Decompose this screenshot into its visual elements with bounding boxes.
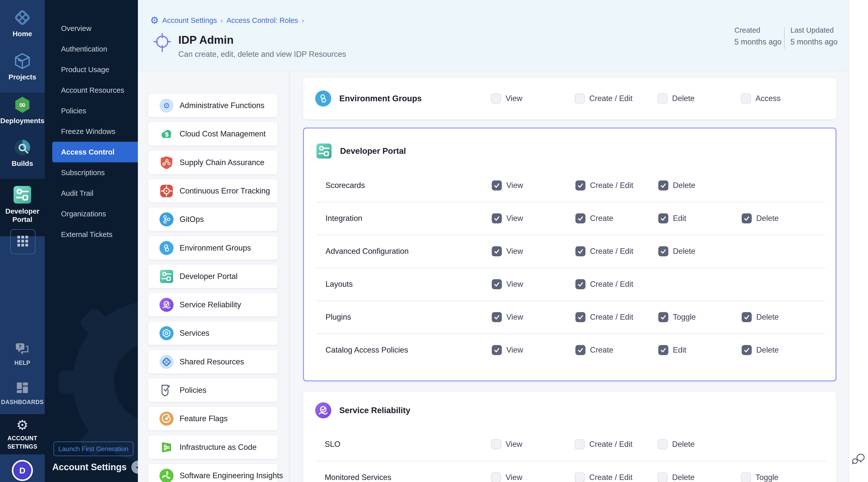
module-item-cet[interactable]: Continuous Error Tracking — [148, 179, 278, 203]
last-updated-value: 5 months ago — [790, 37, 838, 47]
unchecked-checkbox[interactable] — [575, 93, 585, 103]
rail-item-label: Builds — [11, 159, 33, 168]
permission-delete: Delete — [658, 235, 695, 268]
unchecked-checkbox[interactable] — [491, 93, 501, 103]
checked-checkbox[interactable] — [576, 279, 585, 289]
permission-delete: Delete — [657, 90, 695, 107]
permission-toggle: Toggle — [741, 461, 778, 482]
rail-item-projects[interactable]: Projects — [0, 52, 45, 81]
resource-name: Layouts — [326, 268, 353, 301]
module-item-ccm[interactable]: $Cloud Cost Management — [148, 122, 278, 146]
unchecked-checkbox[interactable] — [741, 473, 751, 482]
module-item-iac[interactable]: Infrastructure as Code — [148, 435, 278, 459]
sidebar-item-label: Overview — [61, 24, 91, 33]
checked-checkbox[interactable] — [658, 345, 668, 355]
sidebar-title: Account Settings — [52, 462, 127, 473]
module-item-admin[interactable]: ⚙Administrative Functions — [148, 94, 278, 117]
breadcrumb-account-settings[interactable]: Account Settings — [162, 16, 217, 25]
unchecked-checkbox[interactable] — [575, 439, 585, 449]
checked-checkbox[interactable] — [492, 180, 502, 190]
module-item-sr[interactable]: Service Reliability — [148, 293, 278, 317]
permission-delete: Delete — [658, 169, 695, 202]
sidebar-item-freeze-windows[interactable]: Freeze Windows — [52, 121, 138, 142]
unchecked-checkbox[interactable] — [491, 473, 501, 482]
user-avatar[interactable]: D — [12, 460, 33, 481]
sidebar-item-authentication[interactable]: Authentication — [52, 39, 138, 59]
sidebar-item-subscriptions[interactable]: Subscriptions — [52, 162, 138, 183]
unchecked-checkbox[interactable] — [657, 439, 668, 449]
sidebar-item-access-control[interactable]: Access Control — [52, 142, 138, 162]
rail-item-builds[interactable]: Builds — [0, 139, 45, 168]
rail-item-home[interactable]: Home — [0, 8, 45, 38]
projects-icon — [0, 52, 45, 71]
unchecked-checkbox[interactable] — [741, 93, 751, 103]
checked-checkbox[interactable] — [576, 312, 585, 322]
rail-item-developer-portal[interactable]: Developer Portal — [0, 185, 45, 224]
section-title: Developer Portal — [340, 146, 406, 156]
unchecked-checkbox[interactable] — [491, 439, 501, 449]
permission-create-edit: Create / Edit — [575, 90, 632, 107]
module-item-gitops[interactable]: GitOps — [148, 208, 278, 231]
checked-checkbox[interactable] — [492, 312, 502, 322]
rail-item-label: DASHBOARDS — [1, 399, 44, 405]
module-item-devportal[interactable]: Developer Portal — [148, 265, 278, 288]
checkbox-label: Create / Edit — [589, 473, 632, 482]
unchecked-checkbox[interactable] — [657, 93, 668, 103]
rail-item-help[interactable]: ? HELP — [0, 342, 45, 367]
checked-checkbox[interactable] — [742, 213, 752, 223]
checked-checkbox[interactable] — [492, 279, 502, 289]
rail-item-dashboards[interactable]: DASHBOARDS — [0, 381, 45, 406]
checked-checkbox[interactable] — [658, 180, 668, 190]
sidebar-item-organizations[interactable]: Organizations — [52, 204, 138, 224]
checked-checkbox[interactable] — [576, 180, 585, 190]
checked-checkbox[interactable] — [492, 213, 502, 223]
checked-checkbox[interactable] — [576, 246, 585, 256]
module-item-services[interactable]: Services — [148, 322, 278, 345]
developer-portal-icon — [0, 185, 45, 205]
settings-sidebar: OverviewAuthenticationProduct UsageAccou… — [45, 0, 138, 482]
checked-checkbox[interactable] — [576, 213, 585, 223]
created-label: Created — [734, 26, 782, 34]
sidebar-item-audit-trail[interactable]: Audit Trail — [52, 183, 138, 204]
breadcrumb-access-control-roles[interactable]: Access Control: Roles — [226, 16, 298, 25]
checked-checkbox[interactable] — [492, 246, 502, 256]
support-chat-icon[interactable] — [852, 453, 865, 467]
module-item-sca[interactable]: Supply Chain Assurance — [148, 151, 278, 174]
permission-view: View — [491, 428, 522, 461]
permission-row-integration: IntegrationViewCreateEditDelete — [304, 202, 836, 235]
checkbox-label: View — [506, 214, 523, 223]
sidebar-item-label: Product Usage — [61, 66, 109, 74]
iac-icon — [159, 440, 174, 454]
checked-checkbox[interactable] — [658, 312, 668, 322]
permission-create-edit: Create / Edit — [575, 428, 632, 461]
checked-checkbox[interactable] — [576, 345, 585, 355]
permission-row-plugins: PluginsViewCreate / EditToggleDelete — [304, 301, 836, 333]
permission-section-service-reliability: Service ReliabilitySLOViewCreate / EditD… — [303, 392, 836, 482]
checked-checkbox[interactable] — [742, 312, 752, 322]
launch-first-generation-button[interactable]: Launch First Generation — [54, 442, 133, 456]
gitops-icon — [159, 212, 174, 227]
checked-checkbox[interactable] — [742, 345, 752, 355]
sidebar-item-overview[interactable]: Overview — [52, 18, 138, 39]
sidebar-item-account-resources[interactable]: Account Resources — [52, 80, 138, 100]
module-item-ff[interactable]: Feature Flags — [148, 407, 278, 430]
unchecked-checkbox[interactable] — [575, 473, 585, 482]
module-item-envgroups[interactable]: Environment Groups — [148, 236, 278, 260]
sidebar-item-external-tickets[interactable]: External Tickets — [52, 224, 138, 245]
checked-checkbox[interactable] — [492, 345, 502, 355]
sidebar-item-policies[interactable]: Policies — [52, 100, 138, 121]
module-item-policies[interactable]: Policies — [148, 379, 278, 402]
rail-item-account-settings[interactable]: ⚙ ACCOUNT SETTINGS — [0, 418, 45, 451]
permission-view: View — [491, 461, 522, 482]
rail-item-deployments[interactable]: ∞ Deployments — [0, 96, 45, 125]
permission-create-edit: Create / Edit — [576, 235, 633, 268]
sidebar-item-product-usage[interactable]: Product Usage — [52, 59, 138, 80]
module-launcher-button[interactable] — [10, 229, 35, 254]
checkbox-label: Toggle — [673, 312, 696, 322]
module-item-shared[interactable]: Shared Resources — [148, 350, 278, 373]
checked-checkbox[interactable] — [658, 213, 668, 223]
unchecked-checkbox[interactable] — [657, 473, 668, 482]
last-updated-meta: Last Updated 5 months ago — [790, 26, 838, 47]
module-item-sei[interactable]: Software Engineering Insights — [148, 464, 278, 482]
checked-checkbox[interactable] — [658, 246, 668, 256]
